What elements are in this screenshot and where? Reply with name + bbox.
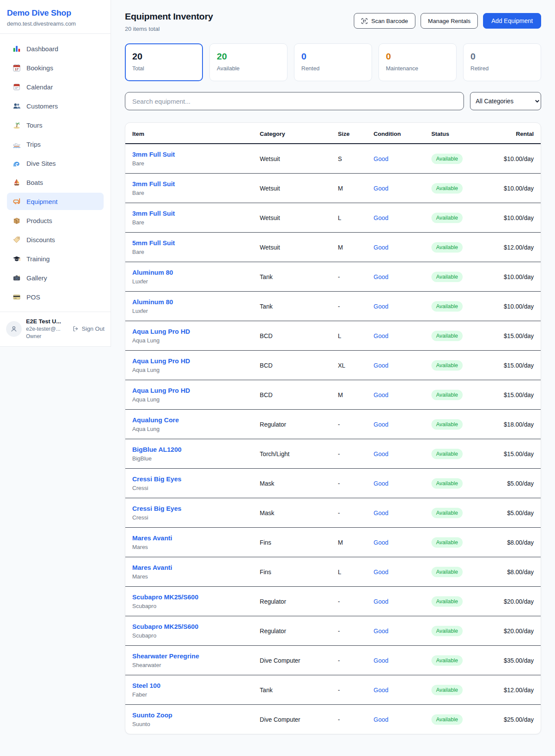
condition-link[interactable]: Good <box>374 421 388 428</box>
column-header-size: Size <box>331 123 366 144</box>
table-row: BigBlue AL1200 BigBlue Torch/Light - Goo… <box>125 439 541 469</box>
item-name-link[interactable]: Aqua Lung Pro HD <box>132 357 190 365</box>
scan-barcode-button[interactable]: Scan Barcode <box>354 13 415 29</box>
stat-label: Maintenance <box>386 65 449 72</box>
item-name-link[interactable]: Scubapro MK25/S600 <box>132 593 199 601</box>
sidebar-item-training[interactable]: Training <box>7 250 104 267</box>
sidebar-item-label: Calendar <box>26 83 53 91</box>
condition-cell: Good <box>367 262 424 292</box>
item-name-link[interactable]: Steel 100 <box>132 682 160 689</box>
stat-card-maintenance[interactable]: 0 Maintenance <box>379 43 457 81</box>
item-name-link[interactable]: BigBlue AL1200 <box>132 446 182 453</box>
sidebar-item-dive-sites[interactable]: Dive Sites <box>7 154 104 172</box>
sailboat-icon <box>13 178 21 187</box>
sidebar-item-products[interactable]: Products <box>7 212 104 229</box>
item-name-link[interactable]: Scubapro MK25/S600 <box>132 623 199 630</box>
condition-link[interactable]: Good <box>374 569 388 575</box>
sidebar-item-discounts[interactable]: Discounts <box>7 231 104 248</box>
sidebar-item-label: Tours <box>26 122 42 129</box>
rental-cell: $12.00/day <box>490 675 541 705</box>
item-name-link[interactable]: Mares Avanti <box>132 564 172 571</box>
table-row: Shearwater Peregrine Shearwater Dive Com… <box>125 646 541 675</box>
rental-rate: $12.00/day <box>504 244 534 251</box>
condition-link[interactable]: Good <box>374 450 388 457</box>
condition-link[interactable]: Good <box>374 332 388 339</box>
stat-card-available[interactable]: 20 Available <box>209 43 287 81</box>
item-name-link[interactable]: 3mm Full Suit <box>132 151 175 158</box>
category-select[interactable]: All Categories <box>470 92 541 110</box>
condition-link[interactable]: Good <box>374 480 388 487</box>
category-cell: Wetsuit <box>253 233 331 262</box>
status-badge: Available <box>431 183 463 194</box>
condition-link[interactable]: Good <box>374 214 388 221</box>
item-name-link[interactable]: Aqua Lung Pro HD <box>132 328 190 335</box>
condition-link[interactable]: Good <box>374 303 388 310</box>
condition-link[interactable]: Good <box>374 155 388 162</box>
item-name-link[interactable]: Aluminum 80 <box>132 298 173 306</box>
category-cell: Mask <box>253 498 331 528</box>
condition-link[interactable]: Good <box>374 391 388 398</box>
column-header-item: Item <box>125 123 253 144</box>
sidebar-item-trips[interactable]: Trips <box>7 135 104 153</box>
condition-link[interactable]: Good <box>374 273 388 280</box>
stat-cards: 20 Total 20 Available 0 Rented 0 Mainten… <box>125 43 541 81</box>
condition-link[interactable]: Good <box>374 657 388 664</box>
condition-link[interactable]: Good <box>374 598 388 605</box>
sidebar-item-label: Training <box>26 255 50 263</box>
rental-rate: $12.00/day <box>504 687 534 694</box>
sign-out-button[interactable]: Sign Out <box>72 325 104 332</box>
category-cell: Mask <box>253 469 331 498</box>
table-row: Mares Avanti Mares Fins L Good Available… <box>125 557 541 587</box>
search-input[interactable] <box>125 92 464 110</box>
stat-card-rented[interactable]: 0 Rented <box>294 43 372 81</box>
stat-card-retired[interactable]: 0 Retired <box>463 43 541 81</box>
status-cell: Available <box>424 469 490 498</box>
stat-value: 0 <box>386 51 449 62</box>
page-header-text: Equipment Inventory 20 items total <box>125 11 213 32</box>
sidebar-item-calendar[interactable]: Calendar <box>7 78 104 95</box>
status-cell: Available <box>424 557 490 587</box>
add-equipment-button[interactable]: Add Equipment <box>483 13 541 29</box>
condition-link[interactable]: Good <box>374 687 388 694</box>
table-row: Mares Avanti Mares Fins M Good Available… <box>125 528 541 557</box>
item-name-link[interactable]: 3mm Full Suit <box>132 180 175 187</box>
item-name-link[interactable]: Cressi Big Eyes <box>132 475 181 483</box>
rental-cell: $12.00/day <box>490 233 541 262</box>
condition-link[interactable]: Good <box>374 539 388 546</box>
item-name-link[interactable]: Aluminum 80 <box>132 269 173 276</box>
sidebar-item-gallery[interactable]: Gallery <box>7 269 104 286</box>
condition-cell: Good <box>367 410 424 439</box>
item-name-link[interactable]: Aqua Lung Pro HD <box>132 387 190 394</box>
manage-rentals-button[interactable]: Manage Rentals <box>421 13 478 29</box>
sidebar-item-boats[interactable]: Boats <box>7 174 104 191</box>
size-cell: - <box>331 587 366 616</box>
item-name-link[interactable]: Mares Avanti <box>132 534 172 542</box>
person-icon <box>10 325 18 333</box>
sidebar-item-dashboard[interactable]: Dashboard <box>7 40 104 57</box>
sidebar-item-equipment[interactable]: Equipment <box>7 193 104 210</box>
sidebar-item-tours[interactable]: Tours <box>7 116 104 134</box>
avatar <box>6 321 22 337</box>
condition-link[interactable]: Good <box>374 185 388 192</box>
condition-link[interactable]: Good <box>374 628 388 634</box>
condition-link[interactable]: Good <box>374 509 388 516</box>
page-header: Equipment Inventory 20 items total Scan … <box>125 11 541 32</box>
item-name-link[interactable]: Suunto Zoop <box>132 711 172 719</box>
status-cell: Available <box>424 380 490 410</box>
item-name-link[interactable]: Cressi Big Eyes <box>132 505 181 512</box>
item-brand: Shearwater <box>132 662 246 668</box>
sidebar-item-bookings[interactable]: 17 Bookings <box>7 59 104 76</box>
shop-name[interactable]: Demo Dive Shop <box>7 8 104 18</box>
condition-link[interactable]: Good <box>374 716 388 723</box>
sidebar-item-label: POS <box>26 293 40 301</box>
condition-link[interactable]: Good <box>374 362 388 369</box>
stat-card-total[interactable]: 20 Total <box>125 43 203 81</box>
item-name-link[interactable]: 5mm Full Suit <box>132 239 175 247</box>
sidebar-item-pos[interactable]: POS <box>7 288 104 306</box>
item-name-link[interactable]: 3mm Full Suit <box>132 210 175 217</box>
user-meta: E2E Test U... e2e-tester@... Owner <box>26 318 68 339</box>
condition-link[interactable]: Good <box>374 244 388 251</box>
sidebar-item-customers[interactable]: Customers <box>7 97 104 115</box>
item-name-link[interactable]: Shearwater Peregrine <box>132 652 199 660</box>
item-name-link[interactable]: Aqualung Core <box>132 416 179 424</box>
